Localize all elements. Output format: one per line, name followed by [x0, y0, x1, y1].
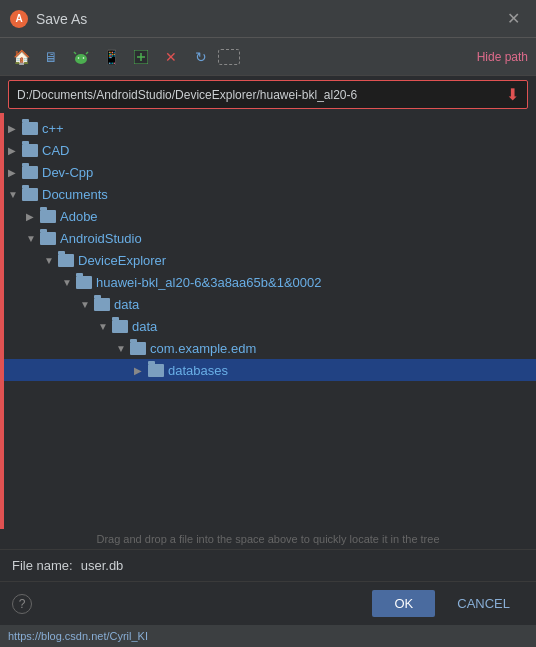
tree-arrow: ▶ — [8, 145, 22, 156]
tree-label: com.example.edm — [150, 341, 256, 356]
tree-label: Documents — [42, 187, 108, 202]
tree-item-adobe[interactable]: ▶Adobe — [4, 205, 536, 227]
monitor-btn[interactable]: 🖥 — [38, 44, 64, 70]
remove-btn[interactable]: ✕ — [158, 44, 184, 70]
tree-item-deviceexplorer[interactable]: ▼DeviceExplorer — [4, 249, 536, 271]
folder-icon — [130, 342, 146, 355]
svg-line-2 — [86, 52, 88, 54]
refresh-btn[interactable]: ↻ — [188, 44, 214, 70]
tree-arrow: ▼ — [80, 299, 94, 310]
tree-item-androidstudio[interactable]: ▼AndroidStudio — [4, 227, 536, 249]
filename-value: user.db — [81, 558, 124, 573]
tree-label: c++ — [42, 121, 64, 136]
tree-arrow: ▼ — [98, 321, 112, 332]
folder-icon — [22, 144, 38, 157]
dialog-title: Save As — [36, 11, 501, 27]
folder-icon — [76, 276, 92, 289]
android-btn[interactable] — [68, 44, 94, 70]
toolbar: 🏠 🖥 📱 ✕ ↻ Hide path — [0, 38, 536, 76]
tree-label: CAD — [42, 143, 69, 158]
tree-arrow: ▼ — [26, 233, 40, 244]
tree-item-cpp[interactable]: ▶c++ — [4, 117, 536, 139]
help-button[interactable]: ? — [12, 594, 32, 614]
hide-path-button[interactable]: Hide path — [477, 50, 528, 64]
device-btn[interactable]: 📱 — [98, 44, 124, 70]
tree-arrow: ▶ — [8, 123, 22, 134]
folder-icon — [40, 232, 56, 245]
folder-icon — [22, 188, 38, 201]
drop-hint: Drag and drop a file into the space abov… — [0, 529, 536, 549]
tree-item-documents[interactable]: ▼Documents — [4, 183, 536, 205]
tree-arrow: ▶ — [8, 167, 22, 178]
folder-icon — [94, 298, 110, 311]
tree-item-huawei[interactable]: ▼huawei-bkl_al20-6&3a8aa65b&1&0002 — [4, 271, 536, 293]
tree-arrow: ▼ — [44, 255, 58, 266]
bottom-bar: ? OK CANCEL — [0, 581, 536, 625]
tree-arrow: ▶ — [134, 365, 148, 376]
tree-arrow: ▶ — [26, 211, 40, 222]
folder-icon — [58, 254, 74, 267]
tree-label: databases — [168, 363, 228, 378]
download-icon: ⬇ — [506, 85, 519, 104]
add-btn[interactable] — [128, 44, 154, 70]
tree-item-data1[interactable]: ▼data — [4, 293, 536, 315]
tree-item-comedm[interactable]: ▼com.example.edm — [4, 337, 536, 359]
folder-icon — [148, 364, 164, 377]
filename-row: File name: user.db — [0, 549, 536, 581]
app-icon: A — [10, 10, 28, 28]
cancel-button[interactable]: CANCEL — [443, 590, 524, 617]
home-btn[interactable]: 🏠 — [8, 44, 34, 70]
folder-icon — [22, 166, 38, 179]
tree-label: Adobe — [60, 209, 98, 224]
close-button[interactable]: ✕ — [501, 7, 526, 30]
tree-item-data2[interactable]: ▼data — [4, 315, 536, 337]
folder-icon — [112, 320, 128, 333]
path-bar: D:/Documents/AndroidStudio/DeviceExplore… — [8, 80, 528, 109]
title-bar: A Save As ✕ — [0, 0, 536, 38]
tree-item-dev-cpp[interactable]: ▶Dev-Cpp — [4, 161, 536, 183]
filename-label: File name: — [12, 558, 73, 573]
svg-point-4 — [83, 57, 85, 59]
folder-icon — [22, 122, 38, 135]
tree-label: data — [114, 297, 139, 312]
tree-arrow: ▼ — [8, 189, 22, 200]
ok-button[interactable]: OK — [372, 590, 435, 617]
tree-arrow: ▼ — [62, 277, 76, 288]
tree-item-databases[interactable]: ▶databases — [4, 359, 536, 381]
svg-point-0 — [75, 54, 87, 64]
path-text: D:/Documents/AndroidStudio/DeviceExplore… — [17, 88, 502, 102]
status-link[interactable]: https://blog.csdn.net/Cyril_KI — [8, 630, 148, 642]
tree-item-cad[interactable]: ▶CAD — [4, 139, 536, 161]
folder-icon — [40, 210, 56, 223]
file-tree: ▶c++▶CAD▶Dev-Cpp▼Documents▶Adobe▼Android… — [4, 113, 536, 529]
tree-label: Dev-Cpp — [42, 165, 93, 180]
svg-line-1 — [74, 52, 76, 54]
tree-label: AndroidStudio — [60, 231, 142, 246]
tree-label: huawei-bkl_al20-6&3a8aa65b&1&0002 — [96, 275, 322, 290]
tree-arrow: ▼ — [116, 343, 130, 354]
select-btn[interactable] — [218, 49, 240, 65]
tree-label: data — [132, 319, 157, 334]
status-bar: https://blog.csdn.net/Cyril_KI — [0, 625, 536, 647]
svg-point-3 — [78, 57, 80, 59]
tree-label: DeviceExplorer — [78, 253, 166, 268]
